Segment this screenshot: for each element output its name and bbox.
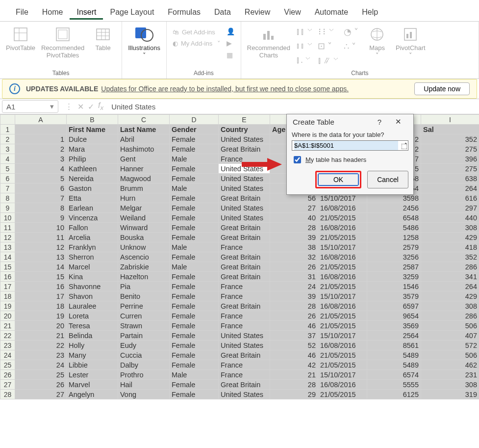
menu-data[interactable]: Data [207, 5, 238, 20]
cell[interactable]: 16/08/2016 [318, 252, 367, 262]
table-row[interactable]: 1110FallonWinwardFemaleGreat Britain2816… [0, 223, 479, 233]
illustrations-button[interactable]: Illustrations˅ [125, 24, 163, 61]
cell[interactable]: Gaston [67, 184, 118, 193]
cell[interactable]: 6 [15, 184, 67, 193]
cell[interactable]: 13 [15, 252, 67, 262]
cell[interactable]: 18 [15, 301, 67, 311]
row-header[interactable]: 21 [0, 321, 15, 331]
headers-checkbox[interactable] [294, 156, 301, 163]
cell[interactable]: 17 [15, 291, 67, 301]
cell[interactable]: Bouska [118, 233, 170, 242]
dialog-titlebar[interactable]: Create Table ? ✕ [287, 114, 413, 129]
cell[interactable]: 3 [15, 154, 67, 164]
cell[interactable]: 286 [421, 311, 479, 321]
cell[interactable]: 16/08/2016 [318, 301, 367, 311]
cell[interactable]: Great Britain [219, 301, 270, 311]
scatter-chart-icon[interactable]: ∴ ˅ [344, 41, 358, 52]
cell[interactable]: France [219, 282, 270, 291]
cell[interactable]: 21 [15, 331, 67, 341]
cell[interactable]: 16 [15, 282, 67, 291]
cell[interactable]: 24 [270, 282, 318, 291]
cell[interactable]: Curren [118, 311, 170, 321]
cell[interactable]: 2456 [367, 203, 421, 213]
cell[interactable]: Lauralee [67, 301, 118, 311]
cell[interactable]: Vong [118, 390, 170, 399]
formula-value[interactable]: United States [109, 103, 477, 111]
cell[interactable]: Female [170, 252, 219, 262]
cell[interactable]: 42 [270, 360, 318, 370]
cell[interactable]: 25 [15, 370, 67, 380]
cell[interactable]: Great Britain [219, 252, 270, 262]
row-header[interactable]: 15 [0, 262, 15, 272]
cell[interactable]: Great Britain [219, 272, 270, 282]
cell[interactable]: Shavonne [67, 282, 118, 291]
cell[interactable]: 29 [270, 390, 318, 399]
row-header[interactable]: 27 [0, 380, 15, 390]
pie-chart-icon[interactable]: ◔ ˅ [344, 26, 358, 37]
row-header[interactable]: 24 [0, 350, 15, 360]
cell[interactable]: France [219, 311, 270, 321]
cell[interactable]: 21/05/2015 [318, 233, 367, 242]
cell[interactable]: United States [219, 213, 270, 223]
cell[interactable]: 2 [15, 144, 67, 154]
cell[interactable]: Angelyn [67, 390, 118, 399]
row-header[interactable]: 17 [0, 282, 15, 291]
cell[interactable]: United States [219, 134, 270, 144]
cell[interactable]: United States [219, 203, 270, 213]
cell[interactable]: Female [170, 311, 219, 321]
fx-icon[interactable]: fx [98, 101, 103, 111]
cell[interactable]: 3569 [367, 321, 421, 331]
cell[interactable]: 27 [15, 390, 67, 399]
row-header[interactable]: 25 [0, 360, 15, 370]
cell[interactable]: 26 [270, 262, 318, 272]
cell[interactable]: 5489 [367, 350, 421, 360]
cell[interactable]: Partain [118, 331, 170, 341]
maps-button[interactable]: Maps˅ [361, 24, 393, 61]
cell[interactable]: Male [170, 370, 219, 380]
cell[interactable]: Mara [67, 144, 118, 154]
table-row[interactable]: 2019LoretaCurrenFemaleFrance2621/05/2015… [0, 311, 479, 321]
menu-view[interactable]: View [277, 5, 307, 20]
table-row[interactable]: 1615KinaHazeltonFemaleGreat Britain3116/… [0, 272, 479, 282]
column-header-e[interactable]: E [219, 115, 270, 125]
cell[interactable]: 21/05/2015 [318, 350, 367, 360]
cell[interactable]: 26 [270, 311, 318, 321]
cell[interactable]: Female [170, 213, 219, 223]
cell[interactable]: 308 [421, 380, 479, 390]
cell[interactable]: Great Britain [219, 223, 270, 233]
cell[interactable]: Franklyn [67, 242, 118, 252]
column-header-i[interactable]: I [421, 115, 479, 125]
cell[interactable]: Zabriskie [118, 262, 170, 272]
cell[interactable]: 22 [15, 341, 67, 350]
cell[interactable]: Strawn [118, 321, 170, 331]
cell[interactable]: 440 [421, 213, 479, 223]
cell[interactable]: 21/05/2015 [318, 262, 367, 272]
table-row[interactable]: 1413SherronAscencioFemaleGreat Britain32… [0, 252, 479, 262]
cell[interactable]: Female [170, 390, 219, 399]
cell[interactable]: Unknow [118, 242, 170, 252]
cell[interactable]: Female [170, 360, 219, 370]
cell[interactable]: 6597 [367, 301, 421, 311]
cell[interactable]: Perrine [118, 301, 170, 311]
cancel-button[interactable]: Cancel [367, 171, 408, 188]
cell[interactable]: 1 [15, 134, 67, 144]
cell[interactable]: 8561 [367, 341, 421, 350]
column-header-d[interactable]: D [170, 115, 219, 125]
cell[interactable]: 9 [15, 213, 67, 223]
table-row[interactable]: 2827AngelynVongFemaleUnited States2921/0… [0, 390, 479, 399]
cell[interactable]: France [219, 360, 270, 370]
table-row[interactable]: 1312FranklynUnknowMaleFrance3815/10/2017… [0, 242, 479, 252]
cell[interactable]: 16/08/2016 [318, 272, 367, 282]
cell[interactable]: 297 [421, 203, 479, 213]
cell[interactable]: Pia [118, 282, 170, 291]
cell[interactable]: Great Britain [219, 380, 270, 390]
cell[interactable]: 264 [421, 282, 479, 291]
cell[interactable]: 16/08/2016 [318, 380, 367, 390]
cell[interactable]: Female [170, 331, 219, 341]
cell[interactable]: 39 [270, 233, 318, 242]
cell[interactable]: Great Britain [219, 144, 270, 154]
cell[interactable]: Cuccia [118, 350, 170, 360]
cell[interactable]: Philip [67, 154, 118, 164]
cell[interactable]: 39 [270, 291, 318, 301]
cell[interactable]: 506 [421, 321, 479, 331]
